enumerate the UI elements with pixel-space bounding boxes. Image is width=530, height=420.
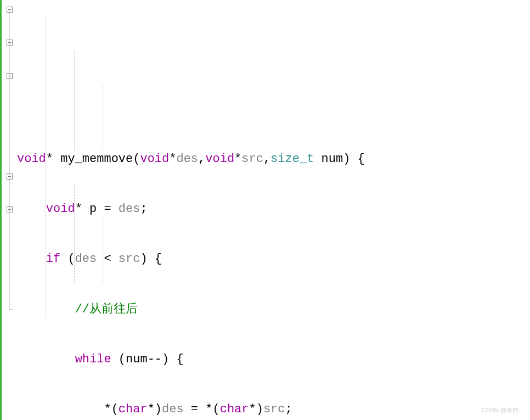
code-line: *(char*)des = *(char*)src; xyxy=(17,401,530,418)
fold-gutter xyxy=(2,0,17,420)
code-line: //从前往后 xyxy=(17,301,530,318)
code-line: void* p = des; xyxy=(17,201,530,217)
code-editor: void* my_memmove(void*des,void*src,size_… xyxy=(0,0,530,420)
watermark: CSDN @米糕. xyxy=(482,406,520,415)
code-line: void* my_memmove(void*des,void*src,size_… xyxy=(17,151,530,167)
code-line: while (num--) { xyxy=(17,351,530,368)
code-line: if (des < src) { xyxy=(17,251,530,267)
code-area[interactable]: void* my_memmove(void*des,void*src,size_… xyxy=(17,0,530,420)
